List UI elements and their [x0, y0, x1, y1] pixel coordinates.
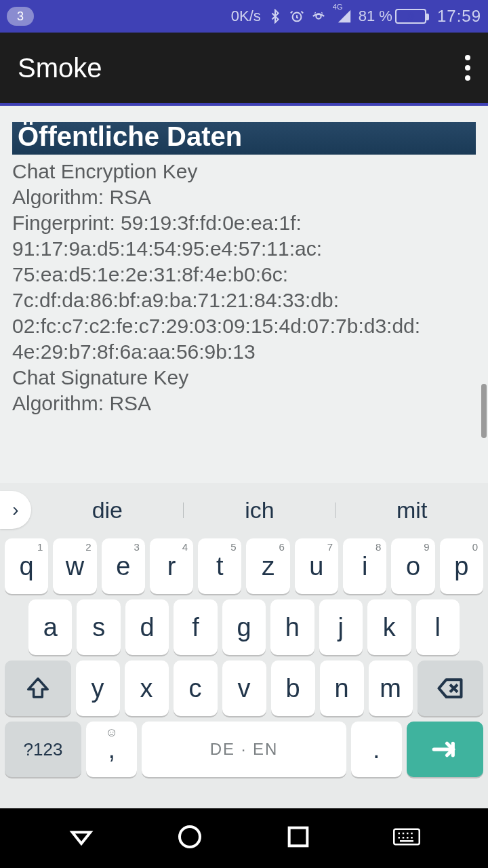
key-r[interactable]: 4r [150, 538, 193, 594]
key-s[interactable]: s [77, 599, 120, 655]
content-line: 4e:29:b7:8f:6a:aa:56:9b:13 [12, 339, 476, 365]
key-u[interactable]: 7u [295, 538, 338, 594]
key-row-3: yxcvbnm [0, 658, 488, 719]
key-t[interactable]: 5t [198, 538, 241, 594]
clock: 17:59 [437, 7, 481, 26]
svg-point-2 [180, 827, 200, 847]
expand-suggestions-button[interactable]: › [0, 491, 31, 529]
key-h[interactable]: h [270, 599, 314, 655]
key-y[interactable]: y [76, 660, 120, 716]
key-e[interactable]: 3e [102, 538, 145, 594]
battery-indicator: 81 % ❂ [359, 7, 426, 25]
content-line: Fingerprint: 59:19:3f:fd:0e:ea:1f: [12, 210, 476, 236]
enter-key[interactable] [407, 722, 483, 777]
suggestion-bar: › die ich mit [0, 484, 488, 536]
alarm-icon [289, 9, 304, 24]
key-w[interactable]: 2w [53, 538, 96, 594]
app-title: Smoke [18, 53, 102, 83]
back-button[interactable] [68, 823, 95, 853]
notification-count-badge: 3 [7, 7, 34, 26]
key-m[interactable]: m [369, 660, 413, 716]
key-k[interactable]: k [367, 599, 411, 655]
content-line: 75:ea:d5:1e:2e:31:8f:4e:b0:6c: [12, 262, 476, 288]
suggestion-word[interactable]: ich [184, 497, 336, 524]
key-a[interactable]: a [28, 599, 72, 655]
network-speed: 0K/s [231, 7, 261, 25]
key-p[interactable]: 0p [440, 538, 483, 594]
emoji-icon: ☺ [105, 726, 117, 740]
overflow-menu-button[interactable] [465, 55, 470, 81]
key-b[interactable]: b [271, 660, 315, 716]
mobile-signal-icon: 4G [333, 9, 352, 24]
key-d[interactable]: d [125, 599, 169, 655]
suggestion-word[interactable]: mit [336, 497, 488, 524]
scrollbar-thumb[interactable] [481, 384, 487, 438]
key-row-4: ?123 ☺ , DE · EN . [0, 719, 488, 780]
content-line: Algorithm: RSA [12, 184, 476, 210]
key-f[interactable]: f [174, 599, 217, 655]
key-i[interactable]: 8i [343, 538, 386, 594]
shift-key[interactable] [5, 660, 71, 716]
key-q[interactable]: 1q [5, 538, 48, 594]
backspace-key[interactable] [418, 660, 484, 716]
eye-comfort-icon [311, 9, 326, 24]
space-key[interactable]: DE · EN [142, 722, 346, 777]
key-n[interactable]: n [320, 660, 364, 716]
key-row-1: 1q2w3e4r5t6z7u8i9o0p [0, 536, 488, 597]
home-button[interactable] [176, 823, 203, 853]
content-area[interactable]: Öffentliche Daten Chat Encryption Key Al… [0, 106, 488, 483]
key-g[interactable]: g [222, 599, 266, 655]
content-line: Algorithm: RSA [12, 391, 476, 416]
key-j[interactable]: j [319, 599, 363, 655]
app-bar: Smoke [0, 33, 488, 106]
content-line: 7c:df:da:86:bf:a9:ba:71:21:84:33:db: [12, 288, 476, 313]
android-nav-bar [0, 808, 488, 868]
recents-button[interactable] [285, 823, 312, 853]
key-l[interactable]: l [416, 599, 460, 655]
soft-keyboard: › die ich mit 1q2w3e4r5t6z7u8i9o0p asdfg… [0, 483, 488, 808]
section-header: Öffentliche Daten [12, 122, 476, 155]
key-o[interactable]: 9o [391, 538, 434, 594]
content-line: 91:17:9a:d5:14:54:95:e4:57:11:ac: [12, 236, 476, 262]
svg-rect-3 [289, 828, 308, 846]
key-v[interactable]: v [222, 660, 266, 716]
symbols-key[interactable]: ?123 [5, 722, 81, 777]
bluetooth-icon [268, 9, 283, 24]
content-line: Chat Encryption Key [12, 159, 476, 184]
key-c[interactable]: c [174, 660, 218, 716]
key-z[interactable]: 6z [246, 538, 289, 594]
keyboard-switch-button[interactable] [393, 827, 420, 849]
key-row-2: asdfghjkl [0, 597, 488, 658]
android-status-bar: 3 0K/s 4G 81 % ❂ 17:59 [0, 0, 488, 33]
content-line: Chat Signature Key [12, 365, 476, 391]
comma-key[interactable]: ☺ , [86, 722, 137, 777]
period-key[interactable]: . [351, 722, 402, 777]
key-x[interactable]: x [125, 660, 169, 716]
content-line: 02:fc:c7:c2:fe:c7:29:03:09:15:4d:07:7b:d… [12, 313, 476, 339]
suggestion-word[interactable]: die [31, 497, 184, 524]
